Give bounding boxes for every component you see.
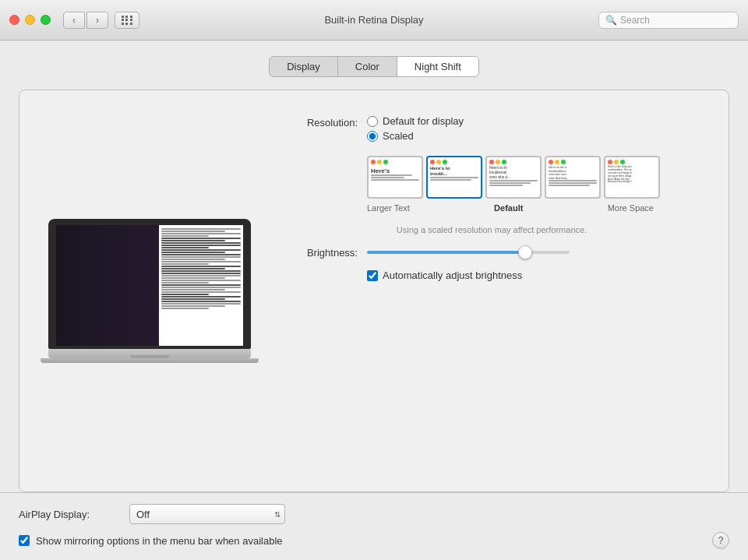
resolution-default-radio[interactable] (367, 116, 378, 127)
titlebar: ‹ › Built-in Retina Display 🔍 (0, 0, 748, 41)
thumb-dot-yellow-2 (436, 160, 441, 164)
grid-icon (122, 16, 133, 25)
scale-thumb-box-larger[interactable]: Here's (367, 156, 423, 199)
auto-brightness-row: Automatically adjust brightness (367, 269, 704, 281)
brightness-slider[interactable] (367, 251, 570, 254)
thumb-text-1 (371, 174, 419, 195)
thumb-dot-green-3 (502, 160, 506, 164)
thumb-dot-yellow (377, 160, 382, 164)
tab-color[interactable]: Color (338, 57, 397, 76)
mirroring-container: Show mirroring options in the menu bar w… (19, 532, 729, 549)
mirroring-row: Show mirroring options in the menu bar w… (19, 535, 283, 547)
resolution-scaled-label: Scaled (383, 130, 414, 142)
thumb-text-2 (430, 177, 478, 195)
thumb-dot-yellow-3 (496, 160, 500, 164)
minimize-button[interactable] (25, 15, 35, 25)
scale-thumb-more[interactable]: Here's to the crazy onetroublemakers. Th… (604, 156, 660, 199)
nav-buttons: ‹ › (63, 12, 108, 29)
scale-thumb-larger[interactable]: Here's (367, 156, 423, 199)
thumb-dot-red-4 (549, 160, 553, 164)
thumb-dot-red-2 (430, 160, 435, 164)
auto-brightness-label[interactable]: Automatically adjust brightness (383, 269, 522, 281)
thumb-text-default: Here's to thtroublemakones who d... (489, 166, 538, 180)
scale-thumbnails-section: Here's (280, 153, 704, 213)
thumb-text-5: Here's to the crazy onetroublemakers. Th… (608, 166, 656, 184)
performance-note: Using a scaled resolution may affect per… (280, 225, 704, 234)
laptop-image (48, 219, 251, 363)
thumb-big-text-1: Here's (371, 167, 419, 174)
scale-thumb-box-2[interactable]: Here's totroubl... (426, 156, 482, 199)
grid-button[interactable] (115, 12, 139, 29)
scale-labels-row: Larger Text Default More Space (367, 203, 654, 213)
scale-thumb-default[interactable]: Here's to thtroublemakones who d... (485, 156, 542, 199)
main-content: Display Color Night Shift (0, 41, 748, 492)
thumb-dot-yellow-4 (555, 160, 559, 164)
brightness-label: Brightness: (280, 245, 358, 259)
thumb-big-text-2: Here's totroubl... (430, 166, 478, 177)
scale-label-larger: Larger Text (367, 203, 410, 213)
resolution-scaled-radio[interactable] (367, 131, 378, 142)
thumb-dot-red-3 (489, 160, 494, 164)
panel-inner: Resolution: Default for display Scaled (44, 109, 704, 473)
scale-thumb-box-default[interactable]: Here's to thtroublemakones who d... (485, 156, 542, 199)
laptop-preview (44, 109, 255, 473)
mirroring-label[interactable]: Show mirroring options in the menu bar w… (36, 535, 283, 547)
search-bar[interactable]: 🔍 (598, 12, 739, 29)
scale-thumb-box-4[interactable]: Here's to the crtroublemakers.ones who s… (545, 156, 601, 199)
forward-button[interactable]: › (86, 12, 108, 29)
airplay-label: AirPlay Display: (19, 509, 120, 520)
thumb-text-4b (549, 180, 597, 195)
airplay-select-wrapper: Off Apple TV ⇅ (129, 504, 285, 524)
thumb-dots-1 (371, 160, 419, 164)
search-icon: 🔍 (605, 15, 617, 26)
thumb-dot-red (371, 160, 376, 164)
resolution-default-label: Default for display (383, 115, 464, 127)
brightness-row: Brightness: (280, 245, 704, 259)
window-title: Built-in Retina Display (324, 14, 423, 26)
thumb-dots-4 (549, 160, 597, 164)
thumb-dots-5 (608, 160, 656, 164)
thumb-dot-green-5 (620, 160, 625, 164)
back-button[interactable]: ‹ (63, 12, 85, 29)
thumb-dot-green-2 (443, 160, 447, 164)
thumb-dots-3 (489, 160, 538, 164)
scale-thumb-2[interactable]: Here's totroubl... (426, 156, 482, 199)
scale-label-default: Default (494, 203, 523, 213)
traffic-lights (9, 15, 51, 25)
resolution-row: Resolution: Default for display Scaled (280, 115, 704, 142)
settings-panel: Resolution: Default for display Scaled (19, 90, 729, 492)
resolution-label: Resolution: (280, 115, 358, 129)
resolution-scaled-option[interactable]: Scaled (367, 130, 464, 142)
scale-label-more: More Space (608, 203, 654, 213)
scale-thumbnails: Here's (367, 156, 704, 199)
mirroring-checkbox[interactable] (19, 535, 30, 546)
bottom-bar: AirPlay Display: Off Apple TV ⇅ Show mir… (0, 492, 748, 560)
resolution-options: Default for display Scaled (367, 115, 464, 142)
maximize-button[interactable] (41, 15, 51, 25)
thumb-dots-2 (430, 160, 478, 164)
thumb-dot-green-4 (561, 160, 566, 164)
tab-bar: Display Color Night Shift (19, 56, 729, 77)
thumb-text-3 (489, 180, 538, 195)
scale-thumb-4[interactable]: Here's to the crtroublemakers.ones who s… (545, 156, 601, 199)
airplay-select[interactable]: Off Apple TV (129, 504, 285, 524)
search-input[interactable] (620, 15, 732, 26)
thumb-dot-green (383, 160, 388, 164)
thumb-dot-red-5 (608, 160, 612, 164)
tab-group: Display Color Night Shift (269, 56, 479, 77)
tab-display[interactable]: Display (270, 57, 338, 76)
tab-nightshift[interactable]: Night Shift (397, 57, 478, 76)
auto-brightness-checkbox[interactable] (367, 270, 378, 281)
help-button[interactable]: ? (712, 532, 729, 549)
scale-thumb-box-more[interactable]: Here's to the crazy onetroublemakers. Th… (604, 156, 660, 199)
thumb-dot-yellow-5 (614, 160, 619, 164)
close-button[interactable] (9, 15, 19, 25)
thumb-text-4: Here's to the crtroublemakers.ones who s… (549, 166, 597, 180)
controls-area: Resolution: Default for display Scaled (280, 109, 704, 473)
resolution-default-option[interactable]: Default for display (367, 115, 464, 127)
airplay-row: AirPlay Display: Off Apple TV ⇅ (19, 504, 729, 524)
